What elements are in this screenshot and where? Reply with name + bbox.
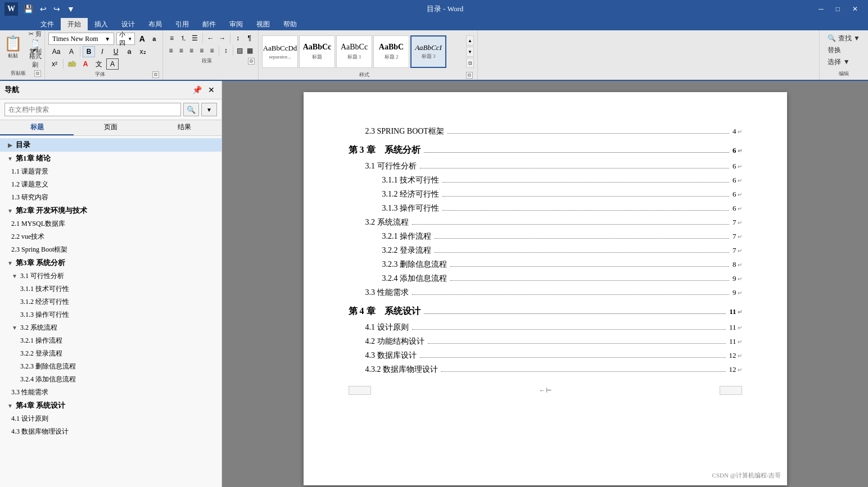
- nav-item-ch1[interactable]: ▼ 第1章 绪论: [0, 152, 221, 165]
- align-left-button[interactable]: ≡: [166, 45, 175, 56]
- font-color-button[interactable]: A: [79, 58, 92, 70]
- nav-close-button[interactable]: ✕: [206, 84, 217, 95]
- italic-button[interactable]: I: [96, 46, 108, 57]
- superscript-button[interactable]: x²: [48, 58, 61, 70]
- redo-button[interactable]: ↪: [51, 3, 62, 15]
- tab-file[interactable]: 文件: [34, 18, 61, 30]
- maximize-button[interactable]: □: [830, 0, 846, 18]
- justify-button[interactable]: ≡: [197, 45, 206, 56]
- align-center-button[interactable]: ≡: [177, 45, 186, 56]
- nav-item-3-2-4[interactable]: 3.2.4 添加信息流程: [0, 373, 221, 386]
- multilevel-list-button[interactable]: ☰: [190, 33, 201, 44]
- tab-insert[interactable]: 插入: [88, 18, 115, 30]
- font-decrease-button[interactable]: a: [150, 33, 159, 44]
- show-marks-button[interactable]: ¶: [244, 33, 255, 44]
- style-heading1[interactable]: AaBbCc 标题 1: [336, 35, 372, 68]
- bold-button[interactable]: B: [83, 46, 95, 57]
- paragraph-group: ≡ ⒈ ☰ ← → ↕ ¶ ≡ ≡ ≡ ≡ ≡ ↕ ▨ ▦: [163, 30, 259, 80]
- nav-item-3-1-3[interactable]: 3.1.3 操作可行性: [0, 308, 221, 321]
- nav-tab-pages[interactable]: 页面: [74, 120, 147, 135]
- minimize-button[interactable]: ─: [813, 0, 829, 18]
- search-input[interactable]: [4, 103, 181, 116]
- tab-help[interactable]: 帮助: [277, 18, 304, 30]
- underline-button[interactable]: U: [110, 46, 122, 57]
- clear-format-button[interactable]: A: [65, 46, 78, 57]
- shading-button[interactable]: ▨: [236, 45, 245, 56]
- nav-item-4-3-2[interactable]: 4.3 数据库物理设计: [0, 425, 221, 438]
- tab-references[interactable]: 引用: [169, 18, 196, 30]
- nav-item-2-3[interactable]: 2.3 Spring Boot框架: [0, 243, 221, 256]
- nav-item-ch3[interactable]: ▼ 第3章 系统分析: [0, 256, 221, 270]
- styles-scroll-down[interactable]: ▼: [466, 47, 474, 57]
- nav-item-4-1[interactable]: 4.1 设计原则: [0, 412, 221, 425]
- font-expand-button[interactable]: ⊡: [152, 71, 159, 78]
- tab-layout[interactable]: 布局: [142, 18, 169, 30]
- nav-item-3-2-2[interactable]: 3.2.2 登录流程: [0, 347, 221, 360]
- font-name-selector[interactable]: Times New Rom ▼: [48, 33, 114, 45]
- clipboard-expand-button[interactable]: ⊡: [34, 70, 41, 77]
- subscript-button[interactable]: x₂: [137, 46, 149, 57]
- nav-item-1-1[interactable]: 1.1 课题背景: [0, 165, 221, 178]
- close-button[interactable]: ✕: [847, 0, 864, 18]
- tab-home[interactable]: 开始: [61, 18, 88, 30]
- text-highlight-button[interactable]: ab: [66, 58, 78, 70]
- page-corner-right: [720, 386, 742, 395]
- font-increase-button[interactable]: A: [137, 33, 147, 44]
- format-painter-button[interactable]: 🖌 格式刷: [26, 53, 44, 62]
- tab-mailing[interactable]: 邮件: [196, 18, 223, 30]
- decrease-indent-button[interactable]: ←: [205, 33, 216, 44]
- search-button[interactable]: 🔍: [183, 103, 199, 116]
- char-border-button[interactable]: A: [106, 58, 119, 70]
- styles-expand-button[interactable]: ⊡: [466, 72, 473, 79]
- style-heading3[interactable]: AaBbCcI 标题 3: [410, 35, 446, 68]
- nav-item-3-1-1[interactable]: 3.1.1 技术可行性: [0, 283, 221, 295]
- nav-item-ch4[interactable]: ▼ 第4章 系统设计: [0, 399, 221, 412]
- nav-item-3-2[interactable]: ▼ 3.2 系统流程: [0, 321, 221, 334]
- search-options-button[interactable]: ▼: [201, 103, 217, 116]
- sort-button[interactable]: ↕: [233, 33, 243, 44]
- document-area[interactable]: 2.3 SPRING BOOT框架 4 ↵ 第 3 章 系统分析 6 ↵ 3.1…: [222, 81, 868, 487]
- toc-entry-3-2-3: 3.2.3 删除信息流程 8 ↵: [349, 259, 742, 270]
- find-button[interactable]: 🔍 查找 ▼: [824, 33, 864, 44]
- change-case-button[interactable]: Aa: [48, 46, 64, 57]
- style-separator[interactable]: AaBbCcDd separator...: [262, 35, 298, 68]
- nav-pin-button[interactable]: 📌: [191, 84, 202, 95]
- styles-scroll-up[interactable]: ▲: [466, 35, 474, 45]
- tab-view[interactable]: 视图: [250, 18, 277, 30]
- strikethrough-button[interactable]: a: [123, 46, 135, 57]
- unordered-list-button[interactable]: ≡: [166, 33, 177, 44]
- ordered-list-button[interactable]: ⒈: [178, 33, 189, 44]
- border-button[interactable]: ▦: [246, 45, 255, 56]
- styles-expand[interactable]: ⊡: [466, 58, 474, 68]
- nav-item-3-1-2[interactable]: 3.1.2 经济可行性: [0, 295, 221, 308]
- style-heading2[interactable]: AaBbC 标题 2: [373, 35, 409, 68]
- style-heading[interactable]: AaBbCc 标题: [299, 35, 335, 68]
- nav-item-1-2[interactable]: 1.2 课题意义: [0, 178, 221, 191]
- nav-tab-results[interactable]: 结果: [148, 120, 221, 135]
- tab-review[interactable]: 审阅: [223, 18, 250, 30]
- nav-item-1-3[interactable]: 1.3 研究内容: [0, 191, 221, 204]
- replace-button[interactable]: 替换: [824, 44, 864, 56]
- line-spacing-button[interactable]: ↕: [221, 45, 230, 56]
- nav-item-toc[interactable]: ▶ 目录: [0, 138, 221, 152]
- align-right-button[interactable]: ≡: [187, 45, 196, 56]
- distributed-button[interactable]: ≡: [207, 45, 216, 56]
- phonetic-guide-button[interactable]: 文: [93, 58, 105, 70]
- qa-dropdown-button[interactable]: ▼: [65, 3, 77, 15]
- increase-indent-button[interactable]: →: [217, 33, 228, 44]
- paragraph-expand-button[interactable]: ⊡: [248, 58, 255, 65]
- save-button[interactable]: 💾: [21, 3, 35, 15]
- nav-item-ch2[interactable]: ▼ 第2章 开发环境与技术: [0, 204, 221, 217]
- font-size-selector[interactable]: 小四 ▼: [116, 33, 135, 45]
- tab-design[interactable]: 设计: [115, 18, 142, 30]
- nav-item-2-2[interactable]: 2.2 vue技术: [0, 230, 221, 243]
- undo-button[interactable]: ↩: [38, 3, 49, 15]
- nav-tab-headings[interactable]: 标题: [0, 120, 74, 135]
- nav-item-3-1[interactable]: ▼ 3.1 可行性分析: [0, 270, 221, 283]
- nav-item-3-2-3[interactable]: 3.2.3 删除信息流程: [0, 360, 221, 373]
- paste-button[interactable]: 📋 粘贴: [1, 33, 25, 62]
- select-button[interactable]: 选择 ▼: [824, 56, 864, 68]
- nav-item-3-3[interactable]: 3.3 性能需求: [0, 386, 221, 399]
- nav-item-3-2-1[interactable]: 3.2.1 操作流程: [0, 334, 221, 347]
- nav-item-2-1[interactable]: 2.1 MYSQL数据库: [0, 217, 221, 230]
